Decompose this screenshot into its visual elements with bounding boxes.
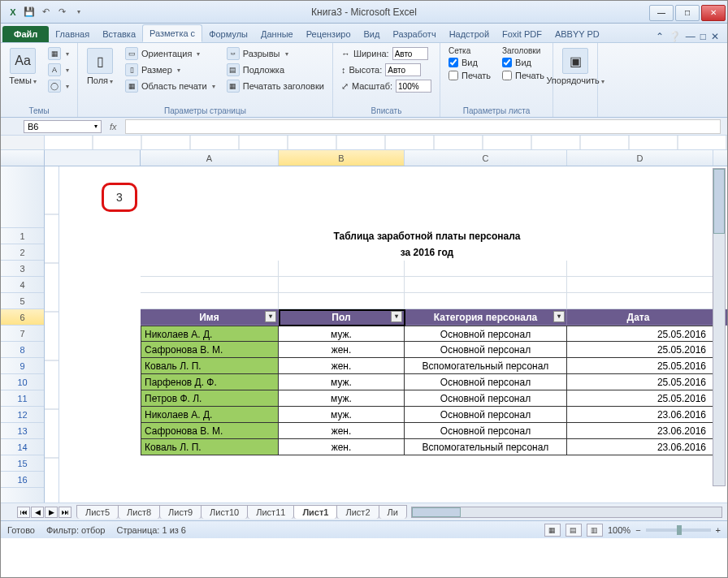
row-header[interactable]: 6 [1,309,44,326]
tab-page-layout[interactable]: Разметка с [142,24,202,42]
formula-bar: B6▾ fx [1,118,727,136]
row-header[interactable]: 15 [1,455,44,472]
sheet-tab[interactable]: Лист5 [76,505,119,519]
redo-icon[interactable]: ↷ [54,5,69,19]
arrange-button[interactable]: ▣ Упорядочить [558,46,592,88]
th-category[interactable]: Категория персонала▾ [405,309,567,326]
row-header[interactable]: 9 [1,358,44,374]
col-header-c[interactable]: C [405,150,567,166]
tab-insert[interactable]: Вставка [96,26,142,42]
nav-prev-icon[interactable]: ◀ [31,507,44,518]
qat-dropdown[interactable] [71,5,85,19]
height-spin[interactable]: ↕Высота: [338,63,435,77]
print-titles-button[interactable]: ▦Печатать заголовки [223,79,327,93]
ribbon-minimize-icon[interactable]: ⌃ [656,31,664,42]
sheet-tab[interactable]: Лист2 [336,505,379,519]
minimize-button[interactable]: — [649,5,674,21]
select-all-corner[interactable] [1,150,45,166]
sheet-tab[interactable]: Ли [379,505,407,519]
horizontal-scrollbar[interactable] [411,507,722,518]
row-header[interactable]: 3 [1,261,44,277]
undo-icon[interactable]: ↶ [38,5,53,19]
row-header[interactable]: 16 [1,472,44,488]
name-box[interactable]: B6▾ [24,120,102,133]
page-number-header[interactable]: 3 [102,183,137,212]
nav-last-icon[interactable]: ⏭ [58,507,72,518]
theme-fonts[interactable]: A [45,63,72,77]
row-header[interactable]: 5 [1,293,44,309]
margins-button[interactable]: ▯ Поля [83,46,117,88]
sheet-tab[interactable]: Лист8 [118,505,160,519]
row-header[interactable]: 10 [1,374,44,390]
background-button[interactable]: ▤Подложка [223,63,327,77]
row-header[interactable]: 7 [1,326,44,342]
breaks-button[interactable]: ⎃Разрывы [223,46,327,61]
tab-foxit[interactable]: Foxit PDF [496,26,548,42]
doc-close-icon[interactable]: ✕ [711,31,719,42]
sheet-tab-active[interactable]: Лист1 [293,505,337,519]
row-header[interactable]: 14 [1,439,44,455]
tab-developer[interactable]: Разработч [386,26,442,42]
save-icon[interactable]: 💾 [22,5,37,19]
row-header[interactable]: 4 [1,277,44,293]
row-header[interactable]: 11 [1,390,44,407]
table-body: Николаев А. Д.муж.Основной персонал25.05… [141,326,727,455]
nav-first-icon[interactable]: ⏮ [17,507,30,518]
sheet-tab[interactable]: Лист11 [247,505,294,519]
width-spin[interactable]: ↔Ширина: [338,46,435,61]
themes-button[interactable]: Aa Темы [6,46,40,88]
gridlines-print-check[interactable]: Печать [445,70,494,81]
headings-print-check[interactable]: Печать [499,70,548,81]
row-header[interactable]: 13 [1,423,44,439]
close-button[interactable]: ✕ [701,5,726,21]
row-header[interactable]: 8 [1,342,44,358]
theme-effects[interactable]: ◯ [45,79,72,93]
view-normal-icon[interactable]: ▦ [544,524,561,537]
tab-view[interactable]: Вид [358,26,387,42]
row-header[interactable]: 1 [1,228,44,244]
col-header-b[interactable]: B [279,150,405,166]
sheet-tab[interactable]: Лист9 [159,505,202,519]
th-date[interactable]: Дата [567,309,713,326]
col-header-d[interactable]: D [567,150,713,166]
orientation-button[interactable]: ▭Ориентация [122,46,219,61]
doc-min-icon[interactable]: — [686,31,696,42]
horizontal-ruler [1,136,727,150]
tab-formulas[interactable]: Формулы [202,26,254,42]
col-header-a[interactable]: A [141,150,279,166]
filter-icon[interactable]: ▾ [265,311,276,322]
tab-file[interactable]: Файл [2,26,49,42]
help-icon[interactable]: ❔ [669,31,681,42]
zoom-in-icon[interactable]: + [716,525,721,535]
filter-icon[interactable]: ▾ [391,311,402,322]
size-button[interactable]: ▯Размер [122,63,219,77]
formula-input[interactable] [125,119,721,134]
th-gender[interactable]: Пол▾ [279,309,405,326]
nav-next-icon[interactable]: ▶ [45,507,58,518]
headings-view-check[interactable]: Вид [499,57,548,68]
tab-review[interactable]: Рецензиро [300,26,358,42]
tab-abbyy[interactable]: ABBYY PD [548,26,606,42]
fx-icon[interactable]: fx [110,122,117,132]
view-layout-icon[interactable]: ▤ [566,524,582,537]
sheet-canvas[interactable]: 3 Таблица заработной платы персонала за … [45,166,727,503]
tab-addins[interactable]: Надстрой [443,26,496,42]
theme-colors[interactable]: ▦ [45,46,72,61]
row-header[interactable]: 12 [1,407,44,423]
th-name[interactable]: Имя▾ [141,309,279,326]
row-header[interactable]: 2 [1,244,44,261]
scale-spin[interactable]: ⤢Масштаб: [338,79,435,93]
vertical-scrollbar[interactable] [713,168,726,486]
filter-icon[interactable]: ▾ [553,311,565,322]
tab-home[interactable]: Главная [49,26,96,42]
tab-data[interactable]: Данные [254,26,300,42]
gridlines-view-check[interactable]: Вид [445,57,494,68]
view-break-icon[interactable]: ▥ [587,524,603,537]
zoom-slider[interactable] [646,528,711,532]
gridlines-label: Сетка [445,46,494,55]
sheet-tab[interactable]: Лист10 [201,505,248,519]
doc-max-icon[interactable]: □ [700,31,706,42]
zoom-out-icon[interactable]: − [635,525,640,535]
print-area-button[interactable]: ▦Область печати [122,79,219,93]
maximize-button[interactable]: □ [675,5,700,21]
